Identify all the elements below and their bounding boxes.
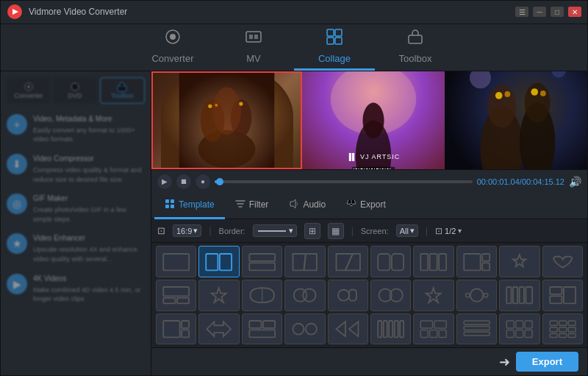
svg-rect-117: [421, 321, 433, 328]
template-row-2: [156, 280, 583, 311]
svg-point-109: [306, 323, 317, 334]
tab-collage[interactable]: Collage: [294, 24, 375, 71]
split-dropdown-icon[interactable]: ▾: [458, 227, 462, 235]
border-dropdown[interactable]: ▾: [253, 224, 297, 237]
template-six-grid[interactable]: [499, 313, 539, 345]
svg-rect-11: [409, 35, 422, 43]
template-row-3: [156, 313, 583, 345]
template-two-horizontal[interactable]: [242, 246, 282, 277]
template-four-vertical[interactable]: [499, 280, 539, 311]
template-five-cols[interactable]: [370, 313, 411, 345]
ratio-dropdown[interactable]: 16:9 ▾: [173, 224, 201, 237]
svg-rect-78: [482, 263, 490, 270]
tab-converter-label: Converter: [151, 53, 193, 64]
tab-mv[interactable]: MV: [213, 24, 294, 71]
template-gear[interactable]: [328, 280, 368, 311]
template-star[interactable]: [499, 246, 539, 277]
svg-rect-72: [392, 253, 404, 269]
tab-audio[interactable]: Audio: [279, 193, 336, 219]
left-panel: Converter DVD Toolbox + Video, Metadata …: [1, 71, 151, 375]
tab-export-label: Export: [360, 199, 386, 210]
tab-toolbox[interactable]: Toolbox: [375, 24, 456, 71]
template-puzzle[interactable]: [413, 313, 453, 345]
export-arrow-icon: ➜: [499, 354, 510, 370]
svg-point-86: [338, 290, 349, 301]
svg-marker-90: [426, 288, 441, 302]
template-nine-grid[interactable]: [542, 313, 583, 345]
progress-bar[interactable]: [215, 180, 473, 183]
svg-rect-127: [525, 321, 532, 328]
screen-dropdown[interactable]: All ▾: [396, 224, 418, 237]
tab-export[interactable]: Export: [336, 193, 396, 219]
stop-button[interactable]: ⏹: [176, 174, 191, 189]
tab-toolbox-label: Toolbox: [399, 53, 432, 64]
template-circles-row[interactable]: [284, 313, 325, 345]
svg-marker-60: [290, 199, 295, 208]
export-button[interactable]: Export: [516, 352, 578, 372]
volume-icon[interactable]: 🔊: [569, 176, 581, 188]
left-tab-converter[interactable]: Converter: [7, 77, 50, 104]
video-left[interactable]: [151, 71, 302, 170]
video-right-right[interactable]: [445, 71, 587, 170]
template-two-circles[interactable]: [370, 280, 411, 311]
svg-rect-75: [440, 253, 447, 269]
minimize-button[interactable]: ─: [533, 7, 546, 17]
tab-filter[interactable]: Filter: [225, 193, 279, 219]
border-style-1-button[interactable]: ⊞: [304, 223, 320, 239]
template-star-2[interactable]: [198, 280, 239, 311]
svg-marker-68: [304, 253, 317, 269]
svg-rect-128: [507, 330, 514, 337]
svg-rect-57: [171, 199, 174, 203]
svg-rect-32: [361, 169, 363, 170]
svg-rect-34: [366, 169, 368, 170]
play-button[interactable]: ▶: [157, 174, 172, 189]
template-two-vertical[interactable]: [198, 246, 239, 277]
svg-rect-80: [163, 298, 175, 303]
svg-rect-33: [364, 169, 365, 170]
tab-template[interactable]: Template: [154, 193, 225, 219]
svg-rect-129: [516, 330, 523, 337]
template-circle-split[interactable]: [284, 280, 325, 311]
svg-marker-70: [345, 253, 360, 269]
video-left-image: [153, 73, 301, 169]
svg-rect-125: [507, 321, 514, 328]
template-arrows[interactable]: [198, 313, 239, 345]
maximize-button[interactable]: □: [551, 7, 564, 17]
template-gear-2[interactable]: [456, 280, 497, 311]
tab-mv-label: MV: [246, 53, 261, 64]
template-two-plus-one[interactable]: [242, 313, 282, 345]
template-rounded-split[interactable]: [370, 246, 411, 277]
template-top-large[interactable]: [156, 280, 196, 311]
left-tab-dvd[interactable]: DVD: [53, 77, 96, 104]
template-big-small-right[interactable]: [456, 246, 497, 277]
close-button[interactable]: ✕: [568, 7, 581, 17]
svg-rect-120: [430, 330, 437, 337]
app-title: Vidmore Video Converter: [29, 7, 515, 17]
template-single[interactable]: [156, 246, 196, 277]
border-style-2-button[interactable]: ▦: [328, 223, 344, 239]
loop-button[interactable]: ●: [196, 174, 210, 189]
template-staggered[interactable]: [542, 280, 583, 311]
svg-rect-93: [484, 294, 488, 297]
svg-rect-41: [385, 169, 386, 170]
menu-icon[interactable]: ☰: [515, 7, 528, 17]
template-heart[interactable]: [542, 246, 583, 277]
filter-icon: [235, 199, 245, 211]
tab-converter[interactable]: Converter: [132, 24, 213, 71]
svg-rect-97: [526, 287, 533, 303]
template-irregular-1[interactable]: [328, 246, 368, 277]
template-star-3[interactable]: [413, 280, 453, 311]
svg-rect-118: [434, 321, 446, 328]
template-play-arrows[interactable]: [328, 313, 368, 345]
svg-point-27: [362, 102, 384, 138]
template-left-big[interactable]: [156, 313, 196, 345]
template-leaf[interactable]: [242, 280, 282, 311]
left-tab-toolbox[interactable]: Toolbox: [100, 77, 145, 104]
template-diagonal[interactable]: [284, 246, 325, 277]
svg-rect-95: [513, 287, 517, 303]
tab-collage-label: Collage: [318, 53, 351, 64]
template-three-cols[interactable]: [413, 246, 453, 277]
video-right-left[interactable]: VJ ARTSIC: [302, 71, 445, 170]
aspect-ratio-icon: ⊡: [157, 225, 165, 236]
template-lines[interactable]: [456, 313, 497, 345]
